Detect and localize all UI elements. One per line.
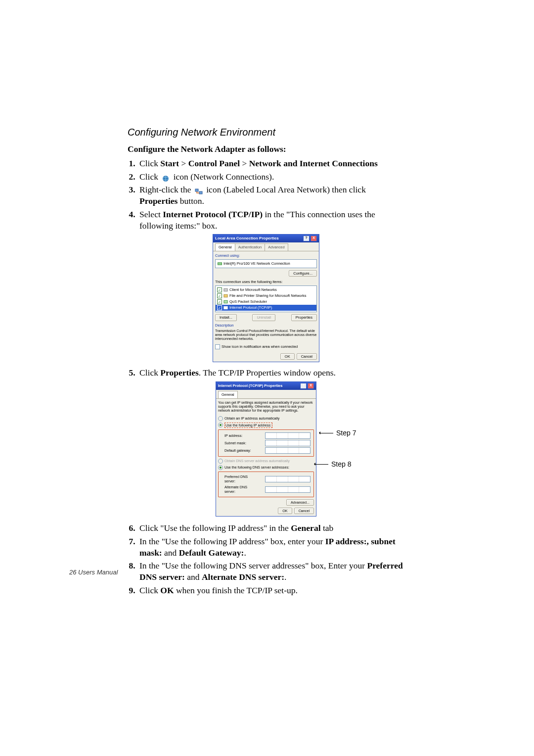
help-button[interactable]: ? <box>300 383 307 389</box>
pref-dns-label: Preferred DNS server: <box>224 474 257 484</box>
subtitle: Configure the Network Adapter as follows… <box>128 143 404 155</box>
text-bold: Properties <box>160 368 198 378</box>
alt-dns-input[interactable] <box>265 486 311 493</box>
close-button[interactable]: X <box>308 383 314 389</box>
text: icon (Labeled Local Area Network) then c… <box>206 185 366 194</box>
help-text: You can get IP settings assigned automat… <box>218 401 314 413</box>
help-button[interactable]: ? <box>303 236 310 241</box>
cancel-button[interactable]: Cancel <box>297 353 317 360</box>
dialog-title: Internet Protocol (TCP/IP) Properties <box>218 383 282 388</box>
text: . <box>244 548 246 558</box>
adapter-name: Intel(R) Pro/100 VE Network Connection <box>223 261 290 266</box>
share-icon <box>223 294 228 298</box>
text: In the "Use the following DNS server add… <box>139 561 367 570</box>
install-button[interactable]: Install... <box>215 314 237 321</box>
configure-button[interactable]: Configure... <box>289 270 317 277</box>
ip-label: IP address: <box>224 433 257 438</box>
ok-button[interactable]: OK <box>280 353 295 360</box>
titlebar: Local Area Connection Properties ? X <box>213 235 319 242</box>
list-item[interactable]: ✓File and Printer Sharing for Microsoft … <box>216 293 316 299</box>
step-1: Click Start > Control Panel > Network an… <box>137 158 404 169</box>
lan-properties-dialog: Local Area Connection Properties ? X Gen… <box>213 234 319 362</box>
radio-obtain-ip-auto[interactable]: Obtain an IP address automatically <box>218 416 314 421</box>
text: Click "Use the following IP address" in … <box>139 523 291 533</box>
ip-address-group: IP address: Subnet mask: Default gateway… <box>218 429 314 457</box>
text: Click <box>139 368 160 378</box>
text: icon (Network Connections). <box>174 172 274 182</box>
step-8: In the "Use the following DNS server add… <box>137 560 404 583</box>
properties-button[interactable]: Properties <box>291 314 317 321</box>
svg-rect-8 <box>224 300 227 303</box>
radio-use-following-dns[interactable]: Use the following DNS server addresses: <box>218 465 314 470</box>
svg-rect-2 <box>195 189 198 191</box>
text: tab <box>321 523 334 533</box>
tcpip-properties-dialog: Internet Protocol (TCP/IP) Properties ? … <box>216 381 316 517</box>
text: Click <box>139 158 160 168</box>
list-item-selected[interactable]: ✓Internet Protocol (TCP/IP) <box>216 305 316 311</box>
svg-rect-9 <box>224 306 227 309</box>
pref-dns-input[interactable] <box>265 476 311 482</box>
text-bold: Network and Internet Connections <box>249 158 378 168</box>
callout-step-7: Step 7 <box>320 428 356 437</box>
callout-label: Step 8 <box>331 460 351 469</box>
item-label: QoS Packet Scheduler <box>229 299 267 304</box>
tcpip-icon <box>223 306 228 310</box>
text: In the "Use the following IP address" bo… <box>139 536 325 546</box>
list-item[interactable]: ✓QoS Packet Scheduler <box>216 299 316 305</box>
text: when you finish the TCP/IP set-up. <box>174 585 298 595</box>
step-2: Click icon (Network Connections). <box>137 171 404 183</box>
radio-obtain-dns-auto: Obtain DNS server address automatically <box>218 459 314 464</box>
subnet-label: Subnet mask: <box>224 441 257 445</box>
items-listbox[interactable]: ✓Client for Microsoft Networks ✓File and… <box>215 285 317 312</box>
text-bold: Default Gateway: <box>179 548 244 558</box>
radio-label: Obtain an IP address automatically <box>224 416 279 421</box>
list-item[interactable]: ✓Client for Microsoft Networks <box>216 287 316 293</box>
radio-label: Obtain DNS server address automatically <box>224 459 290 463</box>
radio-label: Use the following IP address: <box>224 423 272 428</box>
ip-input[interactable] <box>265 432 311 439</box>
text: . <box>284 572 286 582</box>
lan-connection-icon <box>195 187 203 194</box>
text: > <box>179 158 188 168</box>
tab-advanced[interactable]: Advanced <box>265 243 288 251</box>
items-label: This connection uses the following items… <box>215 280 317 284</box>
subnet-input[interactable] <box>265 440 311 446</box>
tab-authentication[interactable]: Authentication <box>235 243 266 251</box>
section-heading: Configuring Network Environment <box>128 126 404 139</box>
client-icon <box>223 288 228 292</box>
text-bold: Alternate DNS server: <box>202 572 284 582</box>
text: Click <box>139 585 160 595</box>
callout-step-8: Step 8 <box>315 460 351 469</box>
cancel-button[interactable]: Cancel <box>294 508 314 514</box>
steps-list-cont2: Click "Use the following IP address" in … <box>128 522 404 596</box>
page-footer: 26 Users Manual <box>69 568 118 576</box>
gateway-input[interactable] <box>265 447 311 454</box>
advanced-button[interactable]: Advanced... <box>286 499 314 506</box>
show-icon-checkbox[interactable]: Show icon in notification area when conn… <box>215 344 317 349</box>
text: . The TCP/IP Properties window opens. <box>199 368 336 378</box>
tab-general[interactable]: General <box>218 391 238 398</box>
ok-button[interactable]: OK <box>278 508 292 514</box>
dialog-title: Local Area Connection Properties <box>215 236 279 241</box>
adapter-field: Intel(R) Pro/100 VE Network Connection <box>215 259 317 268</box>
text: Click <box>139 172 160 182</box>
step-9: Click OK when you finish the TCP/IP set-… <box>137 585 404 596</box>
text-bold: General <box>291 523 320 533</box>
network-connections-icon <box>162 174 170 181</box>
tab-general[interactable]: General <box>215 243 235 251</box>
svg-rect-7 <box>224 294 227 297</box>
text: Select <box>139 209 163 219</box>
text-bold: OK <box>160 585 174 595</box>
close-button[interactable]: X <box>311 236 317 241</box>
adapter-icon <box>218 262 222 266</box>
item-label: File and Printer Sharing for Microsoft N… <box>229 293 306 298</box>
item-label: Internet Protocol (TCP/IP) <box>229 305 272 310</box>
svg-rect-5 <box>218 263 222 265</box>
svg-rect-3 <box>199 191 202 194</box>
callout-label: Step 7 <box>336 428 356 437</box>
text: button. <box>178 196 204 206</box>
radio-use-following-ip[interactable]: Use the following IP address: <box>218 423 314 428</box>
text-bold: Properties <box>139 196 178 206</box>
titlebar: Internet Protocol (TCP/IP) Properties ? … <box>216 382 316 390</box>
step-6: Click "Use the following IP address" in … <box>137 522 404 534</box>
